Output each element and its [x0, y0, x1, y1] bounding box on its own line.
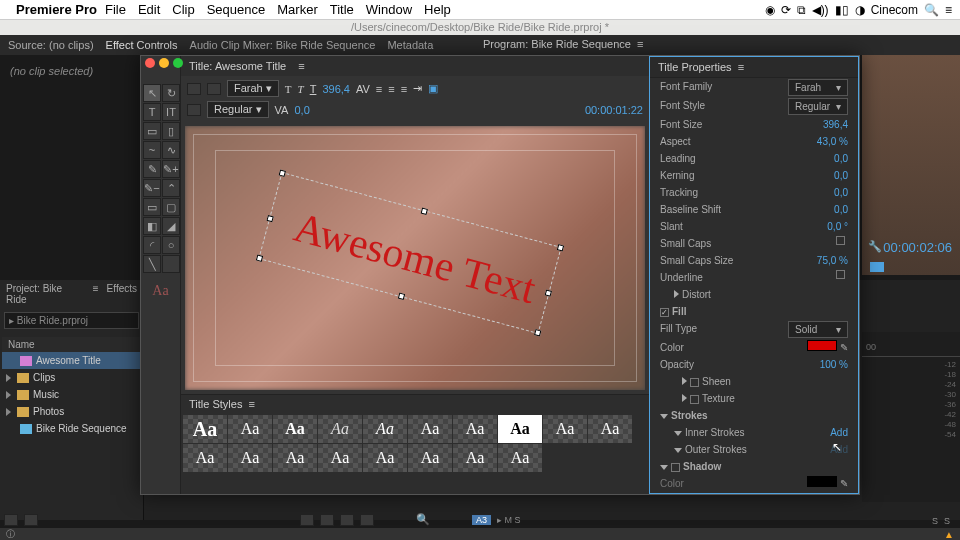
resize-handle[interactable] [279, 169, 286, 176]
list-view-icon[interactable] [4, 514, 18, 526]
align-left-icon[interactable]: ≡ [376, 83, 382, 95]
style-swatch[interactable]: Aa [498, 444, 542, 472]
style-swatch[interactable]: Aa [273, 415, 317, 443]
fill-color-swatch[interactable] [807, 340, 837, 351]
style-swatch[interactable]: Aa [318, 415, 362, 443]
prop-smallcaps-checkbox[interactable] [836, 236, 845, 245]
new-title-based-icon[interactable] [187, 83, 201, 95]
tool-path-vtype[interactable]: ∿ [162, 141, 180, 159]
tool-ellipse[interactable]: ○ [162, 236, 180, 254]
title-canvas[interactable]: Awesome Text [185, 126, 645, 390]
twirl-icon[interactable] [6, 374, 11, 382]
tool-delete-anchor[interactable]: ✎− [143, 179, 161, 197]
notifications-icon[interactable]: ≡ [945, 3, 952, 17]
style-swatch[interactable]: Aa [183, 444, 227, 472]
underline-toggle[interactable]: T [310, 83, 317, 95]
menu-edit[interactable]: Edit [138, 2, 160, 17]
font-size-value[interactable]: 396,4 [322, 83, 350, 95]
prop-distort-label[interactable]: Distort [682, 289, 711, 300]
prop-underline-checkbox[interactable] [836, 270, 845, 279]
zoom-icon[interactable]: 🔍 [416, 513, 430, 526]
icon-view-icon[interactable] [24, 514, 38, 526]
menu-title[interactable]: Title [330, 2, 354, 17]
tool-pen[interactable]: ✎ [143, 160, 161, 178]
bold-toggle[interactable]: T [285, 83, 292, 95]
tool-convert-anchor[interactable]: ⌃ [162, 179, 180, 197]
style-swatch[interactable]: Aa [363, 415, 407, 443]
prop-font-style-select[interactable]: Regular▾ [788, 98, 848, 115]
menu-window[interactable]: Window [366, 2, 412, 17]
dnd-icon[interactable]: ◑ [855, 3, 865, 17]
spotlight-icon[interactable]: 🔍 [924, 3, 939, 17]
style-swatch[interactable]: Aa [498, 415, 542, 443]
link-icon[interactable] [320, 514, 334, 526]
project-item-photos[interactable]: Photos [2, 403, 141, 420]
style-swatch[interactable]: Aa [363, 444, 407, 472]
show-video-icon[interactable]: ▣ [428, 82, 438, 95]
menu-sequence[interactable]: Sequence [207, 2, 266, 17]
tool-rounded-rect[interactable]: ▢ [162, 198, 180, 216]
tab-source[interactable]: Source: (no clips) [8, 39, 94, 51]
track-badge[interactable]: A3 [472, 515, 491, 525]
style-swatch[interactable]: Aa [228, 415, 272, 443]
prop-slant-value[interactable]: 0,0 ° [827, 219, 848, 234]
marker-icon[interactable] [340, 514, 354, 526]
minimize-window-icon[interactable] [159, 58, 169, 68]
prop-shadow-label[interactable]: Shadow [683, 461, 721, 472]
font-weight-selector[interactable]: Regular ▾ [207, 101, 269, 118]
style-swatch[interactable]: Aa [228, 444, 272, 472]
menu-clip[interactable]: Clip [172, 2, 194, 17]
templates-icon[interactable] [187, 104, 201, 116]
tool-rect[interactable]: ▭ [143, 198, 161, 216]
style-swatch[interactable]: Aa [318, 444, 362, 472]
align-right-icon[interactable]: ≡ [401, 83, 407, 95]
leading-value[interactable]: 0,0 [294, 104, 309, 116]
style-swatch[interactable]: Aa [273, 444, 317, 472]
style-swatch[interactable]: Aa [453, 415, 497, 443]
tool-add-anchor[interactable]: ✎+ [162, 160, 180, 178]
prop-smallcaps-size-value[interactable]: 75,0 % [817, 253, 848, 268]
prop-shadow-checkbox[interactable] [671, 463, 680, 472]
prop-fill-label[interactable]: Fill [672, 306, 686, 317]
style-swatch[interactable]: Aa [408, 415, 452, 443]
tool-clipped-rect[interactable]: ◧ [143, 217, 161, 235]
style-swatch[interactable]: Aa [183, 415, 227, 443]
wifi-icon[interactable]: ⧉ [797, 3, 806, 17]
tab-project[interactable]: Project: Bike Ride [6, 283, 85, 305]
project-item-clips[interactable]: Clips [2, 369, 141, 386]
prop-font-family-select[interactable]: Farah▾ [788, 79, 848, 96]
tab-audio-mixer[interactable]: Audio Clip Mixer: Bike Ride Sequence [190, 39, 376, 51]
title-timecode[interactable]: 00:00:01:22 [585, 104, 643, 116]
align-center-icon[interactable]: ≡ [388, 83, 394, 95]
program-timecode[interactable]: 00:00:02:06 [883, 240, 952, 255]
style-swatch[interactable]: Aa [408, 444, 452, 472]
tab-effects[interactable]: Effects [107, 283, 137, 305]
settings-icon[interactable] [360, 514, 374, 526]
prop-strokes-label[interactable]: Strokes [671, 410, 708, 421]
snap-icon[interactable] [300, 514, 314, 526]
sync-icon[interactable]: ⟳ [781, 3, 791, 17]
tool-vtype[interactable]: IT [162, 103, 180, 121]
prop-texture-checkbox[interactable] [690, 395, 699, 404]
tool-wedge[interactable]: ◢ [162, 217, 180, 235]
tab-metadata[interactable]: Metadata [387, 39, 433, 51]
prop-sheen-checkbox[interactable] [690, 378, 699, 387]
tool-line[interactable]: ╲ [143, 255, 161, 273]
playhead-bar[interactable] [870, 262, 884, 272]
cc-icon[interactable]: ◉ [765, 3, 775, 17]
shadow-color-swatch[interactable] [807, 476, 837, 487]
roll-crawl-icon[interactable] [207, 83, 221, 95]
prop-fill-checkbox[interactable] [660, 308, 669, 317]
prop-filltype-select[interactable]: Solid▾ [788, 321, 848, 338]
wrench-icon[interactable]: 🔧 [868, 240, 882, 253]
kerning-icon[interactable]: AV [356, 83, 370, 95]
font-family-selector[interactable]: Farah ▾ [227, 80, 279, 97]
style-swatch[interactable]: Aa [543, 415, 587, 443]
italic-toggle[interactable]: T [298, 83, 304, 95]
resize-handle[interactable] [267, 215, 274, 222]
resize-handle[interactable] [421, 207, 428, 214]
prop-leading-value[interactable]: 0,0 [834, 151, 848, 166]
title-properties-header[interactable]: Title Properties ≡ [650, 57, 858, 78]
app-name[interactable]: Premiere Pro [16, 2, 97, 17]
prop-aspect-value[interactable]: 43,0 % [817, 134, 848, 149]
